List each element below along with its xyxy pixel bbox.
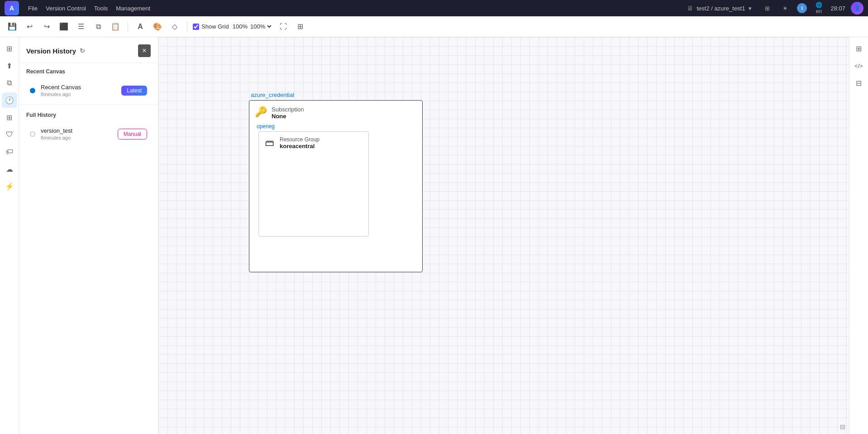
- latest-badge-btn[interactable]: Latest: [121, 86, 147, 96]
- expand-btn[interactable]: ⊞: [294, 20, 307, 34]
- subscription-row: 🔑 Subscription None: [255, 106, 417, 120]
- subscription-label: Subscription: [272, 106, 304, 113]
- color-toolbar-btn[interactable]: 🎨: [151, 20, 164, 34]
- sidebar-nav-table[interactable]: ⊞: [2, 110, 17, 125]
- paste-toolbar-btn[interactable]: 📋: [109, 20, 122, 34]
- rg-info: Resource Group koreacentral: [280, 136, 320, 149]
- toggle-panel-btn[interactable]: ⬛: [57, 20, 71, 34]
- right-sidebar: ⊞ </> ⊟: [849, 37, 868, 434]
- panel-divider: [19, 104, 158, 105]
- sidebar-nav-history[interactable]: 🕐: [2, 92, 17, 108]
- sidebar-nav-cloud[interactable]: ☁: [2, 161, 17, 177]
- right-sidebar-code[interactable]: </>: [851, 58, 867, 73]
- version-test-item[interactable]: version_test 8minutes ago Manual: [23, 123, 154, 145]
- shape-toolbar-btn[interactable]: ◇: [168, 20, 181, 34]
- manual-badge-btn[interactable]: Manual: [118, 129, 147, 140]
- layout-icon[interactable]: ⊞: [761, 2, 773, 14]
- clock-display: 28:07: [830, 5, 845, 12]
- recent-dot: [30, 88, 35, 93]
- user-avatar[interactable]: 👤: [851, 2, 863, 14]
- top-bar-right: ⊞ ☀ i 🌐 en 28:07 👤: [761, 2, 863, 14]
- theme-icon[interactable]: ☀: [779, 2, 792, 14]
- top-menu-bar: A File Version Control Tools Management …: [0, 0, 868, 16]
- azure-credential-box: 🔑 Subscription None openeg 🗃 Resource Gr…: [249, 100, 423, 272]
- version-info: version_test 8minutes ago: [41, 127, 112, 140]
- resource-group-header: 🗃 Resource Group koreacentral: [263, 136, 364, 149]
- sidebar-nav-tag[interactable]: 🏷: [2, 144, 17, 159]
- sidebar-nav-layers[interactable]: ⧉: [2, 75, 17, 91]
- show-grid-checkbox[interactable]: [193, 24, 199, 30]
- rg-value: koreacentral: [280, 143, 320, 149]
- version-item-time: 8minutes ago: [41, 135, 112, 140]
- recent-item-time: 8minutes ago: [41, 92, 116, 97]
- recent-canvas-item[interactable]: Recent Canvas 8minutes ago Latest: [23, 79, 154, 101]
- left-sidebar: ⊞ ⬆ ⧉ 🕐 ⊞ 🛡 🏷 ☁ ⚡: [0, 37, 19, 434]
- main-layout: ⊞ ⬆ ⧉ 🕐 ⊞ 🛡 🏷 ☁ ⚡ Version History ↻ × Re…: [0, 37, 868, 434]
- full-history-label: Full History: [19, 106, 158, 122]
- right-sidebar-preview[interactable]: ⊞: [851, 41, 867, 56]
- resource-group-icon: 🗃: [263, 137, 276, 149]
- top-menu: File Version Control Tools Management: [28, 5, 150, 12]
- sidebar-nav-shield[interactable]: 🛡: [2, 127, 17, 142]
- menu-tools[interactable]: Tools: [94, 5, 108, 12]
- recent-info: Recent Canvas 8minutes ago: [41, 84, 116, 97]
- main-toolbar: 💾 ↩ ↪ ⬛ ☰ ⧉ 📋 A 🎨 ◇ Show Grid 100% 100% …: [0, 16, 868, 37]
- sidebar-nav-plugin[interactable]: ⚡: [2, 178, 17, 194]
- language-icon[interactable]: 🌐 en: [812, 2, 825, 14]
- version-panel-close-btn[interactable]: ×: [138, 44, 151, 57]
- info-icon[interactable]: i: [797, 3, 807, 13]
- top-bar-center: 🖥 test2 / azure_test1 ▾: [687, 5, 752, 12]
- version-item-name: version_test: [41, 127, 112, 134]
- bottom-panel-toggle[interactable]: ⊟: [840, 423, 845, 430]
- version-panel-header: Version History ↻ ×: [19, 37, 158, 63]
- redo-toolbar-btn[interactable]: ↪: [40, 20, 53, 34]
- version-panel-title: Version History ↻: [26, 47, 85, 55]
- zoom-select[interactable]: 100% 75% 150% 200%: [248, 23, 273, 30]
- fullscreen-btn[interactable]: ⛶: [277, 20, 290, 34]
- recent-item-name: Recent Canvas: [41, 84, 116, 91]
- top-bar-left: A File Version Control Tools Management: [5, 1, 678, 15]
- undo-toolbar-btn[interactable]: ↩: [23, 20, 36, 34]
- canvas-area[interactable]: azure_credential 🔑 Subscription None ope…: [158, 37, 849, 434]
- refresh-icon[interactable]: ↻: [80, 47, 85, 54]
- breadcrumb-path: test2 / azure_test1: [697, 5, 745, 12]
- copy-toolbar-btn[interactable]: ⧉: [91, 20, 105, 34]
- subscription-info: Subscription None: [272, 106, 304, 120]
- sidebar-nav-home[interactable]: ⊞: [2, 41, 17, 56]
- version-dot: [30, 131, 35, 137]
- version-history-panel: Version History ↻ × Recent Canvas Recent…: [19, 37, 158, 434]
- menu-file[interactable]: File: [28, 5, 38, 12]
- openeg-label: openeg: [257, 123, 417, 130]
- show-grid-toggle[interactable]: Show Grid: [193, 23, 229, 30]
- path-dropdown-icon[interactable]: ▾: [749, 5, 752, 12]
- subscription-value: None: [272, 113, 304, 120]
- sidebar-nav-export[interactable]: ⬆: [2, 58, 17, 73]
- menu-management[interactable]: Management: [116, 5, 150, 12]
- right-sidebar-table[interactable]: ⊟: [851, 75, 867, 91]
- zoom-value: 100%: [233, 23, 248, 30]
- list-toolbar-btn[interactable]: ☰: [74, 20, 88, 34]
- recent-section-label: Recent Canvas: [19, 63, 158, 78]
- save-toolbar-btn[interactable]: 💾: [5, 20, 19, 34]
- resource-group-box: 🗃 Resource Group koreacentral: [258, 131, 369, 236]
- sep1: [128, 22, 128, 32]
- menu-version-control[interactable]: Version Control: [46, 5, 86, 12]
- sep2: [187, 22, 187, 32]
- rg-label: Resource Group: [280, 136, 320, 143]
- show-grid-text: Show Grid: [201, 23, 229, 30]
- app-logo: A: [5, 1, 19, 15]
- key-icon: 🔑: [255, 106, 267, 118]
- diagram-container: azure_credential 🔑 Subscription None ope…: [249, 92, 423, 272]
- azure-credential-label: azure_credential: [249, 92, 423, 98]
- zoom-control[interactable]: 100% 100% 75% 150% 200%: [233, 23, 273, 30]
- text-toolbar-btn[interactable]: A: [134, 20, 147, 34]
